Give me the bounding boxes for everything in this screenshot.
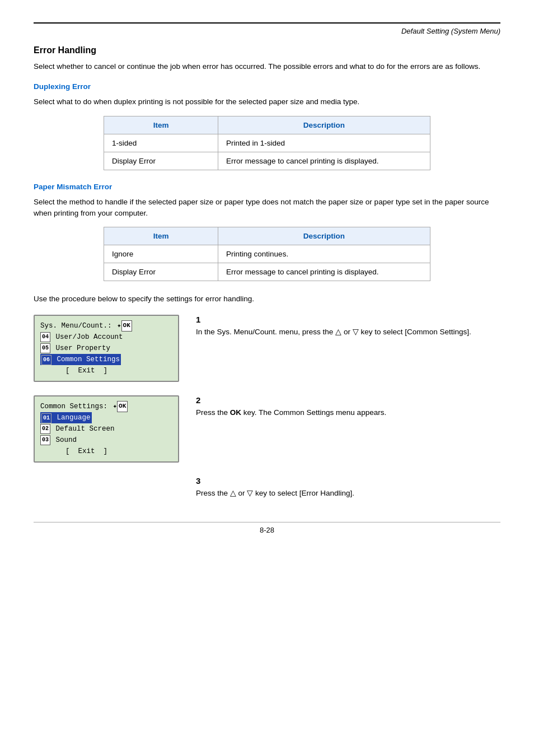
table-row: 1-sided Printed in 1-sided [104, 134, 430, 152]
step-2-header: 2 [196, 395, 500, 405]
pm-row1-item: Ignore [104, 245, 218, 263]
lcd-row-2-1: Common Settings: ✦OK [40, 401, 172, 412]
procedure-intro: Use the procedure below to specify the s… [34, 293, 500, 305]
duplexing-subtitle: Duplexing Error [34, 82, 500, 91]
step-2-screen: Common Settings: ✦OK 01 Language 02 Defa… [34, 395, 179, 463]
header-title: Default Setting (System Menu) [401, 27, 500, 35]
step-3-content: 3 Press the △ or ▽ key to select [Error … [196, 476, 500, 499]
lcd-row-2-5: [ Exit ] [40, 446, 172, 457]
table-row: Ignore Printing continues. [104, 245, 430, 263]
step-1-header: 1 [196, 315, 500, 324]
lcd-row-2-4: 03 Sound [40, 435, 172, 446]
lcd-row-1-5: [ Exit ] [40, 365, 172, 376]
step-3-header: 3 [196, 476, 500, 486]
pm-col-item: Item [104, 227, 218, 245]
duplexing-row1-desc: Printed in 1-sided [218, 134, 430, 152]
step-1-number: 1 [196, 315, 200, 324]
header-line: Default Setting (System Menu) [34, 27, 500, 35]
duplexing-table: Item Description 1-sided Printed in 1-si… [104, 116, 430, 170]
pm-row1-desc: Printing continues. [218, 245, 430, 263]
step-1-screen: Sys. Menu/Count.: ✦OK 04 User/Job Accoun… [34, 315, 179, 382]
lcd-row-2-2: 01 Language [40, 412, 172, 423]
lcd-row-1-3: 05 User Property [40, 343, 172, 354]
lcd-row-1-1: Sys. Menu/Count.: ✦OK [40, 320, 172, 332]
paper-mismatch-intro: Select the method to handle if the selec… [34, 197, 500, 220]
step-2-number: 2 [196, 395, 200, 405]
paper-mismatch-subtitle: Paper Mismatch Error [34, 183, 500, 191]
duplexing-row2-item: Display Error [104, 152, 218, 170]
steps-area: Sys. Menu/Count.: ✦OK 04 User/Job Accoun… [34, 315, 500, 499]
step-2-text: Press the OK key. The Common Settings me… [196, 408, 386, 417]
duplexing-col-item: Item [104, 116, 218, 134]
page-number: 8-28 [260, 526, 274, 534]
step-1-text: In the Sys. Menu/Count. menu, press the … [196, 328, 471, 336]
footer: 8-28 [34, 522, 500, 534]
paper-mismatch-table-wrapper: Item Description Ignore Printing continu… [104, 227, 430, 281]
step-3-number: 3 [196, 476, 200, 486]
step-2-content: 2 Press the OK key. The Common Settings … [196, 395, 500, 418]
page: Default Setting (System Menu) Error Hand… [0, 0, 534, 568]
duplexing-col-desc: Description [218, 116, 430, 134]
pm-row2-desc: Error message to cancel printing is disp… [218, 263, 430, 281]
lcd-screen-1: Sys. Menu/Count.: ✦OK 04 User/Job Accoun… [34, 315, 179, 382]
table-row: Display Error Error message to cancel pr… [104, 263, 430, 281]
duplexing-row1-item: 1-sided [104, 134, 218, 152]
pm-col-desc: Description [218, 227, 430, 245]
lcd-screen-2: Common Settings: ✦OK 01 Language 02 Defa… [34, 395, 179, 463]
step-3-row: 3 Press the △ or ▽ key to select [Error … [34, 476, 500, 499]
top-rule [34, 22, 500, 24]
step-1-content: 1 In the Sys. Menu/Count. menu, press th… [196, 315, 500, 338]
duplexing-row2-desc: Error message to cancel printing is disp… [218, 152, 430, 170]
paper-mismatch-table: Item Description Ignore Printing continu… [104, 227, 430, 281]
section-intro: Select whether to cancel or continue the… [34, 61, 500, 72]
step-1-row: Sys. Menu/Count.: ✦OK 04 User/Job Accoun… [34, 315, 500, 382]
section-title: Error Handling [34, 45, 500, 55]
lcd-row-1-2: 04 User/Job Account [40, 332, 172, 343]
step-3-text: Press the △ or ▽ key to select [Error Ha… [196, 489, 354, 497]
lcd-row-1-4: 06 Common Settings [40, 354, 172, 365]
lcd-row-2-3: 02 Default Screen [40, 423, 172, 435]
pm-row2-item: Display Error [104, 263, 218, 281]
table-row: Display Error Error message to cancel pr… [104, 152, 430, 170]
step-2-row: Common Settings: ✦OK 01 Language 02 Defa… [34, 395, 500, 463]
duplexing-intro: Select what to do when duplex printing i… [34, 96, 500, 108]
duplexing-table-wrapper: Item Description 1-sided Printed in 1-si… [104, 116, 430, 170]
